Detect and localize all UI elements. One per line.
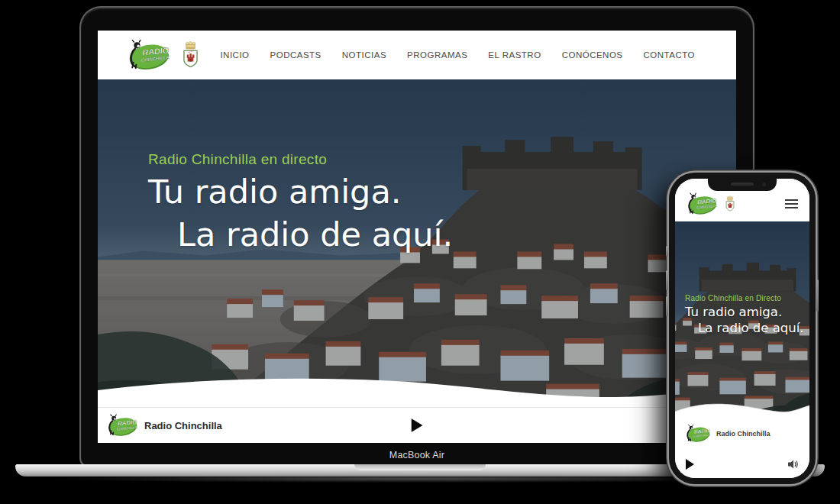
volume-icon — [788, 460, 799, 469]
phone-notch — [708, 179, 777, 191]
site-header: RADIO CHINCHILLA INICIO PODCASTS NOTICIA… — [98, 31, 736, 79]
hero-section: Radio Chinchilla en directo Tu radio ami… — [98, 79, 736, 407]
nav-item-programas[interactable]: PROGRAMAS — [407, 50, 467, 60]
play-button[interactable] — [684, 457, 696, 471]
volume-down-button — [666, 296, 668, 316]
nav-item-podcasts[interactable]: PODCASTS — [270, 50, 321, 60]
volume-button[interactable] — [787, 458, 800, 470]
hero-title-line1: Tu radio amiga. — [685, 305, 804, 321]
brand-group: RADIO CHINCHILLA — [125, 39, 201, 71]
player-station-logo: RADIO CHINCHILLA — [105, 413, 137, 438]
nav-item-noticias[interactable]: NOTICIAS — [342, 50, 386, 60]
macbook-mockup: RADIO CHINCHILLA INICIO PODCASTS NOTICIA… — [81, 8, 753, 466]
chinchilla-coat-of-arms-icon — [180, 40, 201, 69]
phone-screen: RADIO CHINCHILLA Radio Chinchilla en Dir… — [675, 179, 809, 478]
play-icon — [412, 418, 423, 432]
player-station-label: Radio Chinchilla — [716, 430, 771, 438]
phone-speaker-slit — [731, 183, 754, 186]
iphone-mockup: RADIO CHINCHILLA Radio Chinchilla en Dir… — [669, 173, 816, 484]
hamburger-menu-icon[interactable] — [783, 198, 800, 210]
player-station-logo: RADIO CHINCHILLA — [684, 424, 710, 443]
main-nav: INICIO PODCASTS NOTICIAS PROGRAMAS EL RA… — [220, 50, 695, 60]
mute-switch — [666, 246, 668, 257]
radio-chinchilla-logo[interactable]: RADIO CHINCHILLA — [685, 192, 717, 215]
hero-title: Tu radio amiga. La radio de aquí. — [148, 171, 453, 257]
mobile-audio-player-bar: RADIO CHINCHILLA Radio Chinchilla — [675, 418, 809, 478]
nav-item-conocenos[interactable]: CONÓCENOS — [562, 50, 623, 60]
hero-title-line1: Tu radio amiga. — [148, 171, 453, 214]
volume-up-button — [666, 270, 668, 290]
nav-item-inicio[interactable]: INICIO — [220, 50, 249, 60]
phone-camera-dot — [762, 183, 766, 186]
mockup-canvas: RADIO CHINCHILLA INICIO PODCASTS NOTICIA… — [0, 0, 840, 504]
hero-kicker: Radio Chinchilla en Directo — [685, 294, 781, 302]
hero-title-line2: La radio de aquí. — [685, 321, 804, 337]
power-button — [816, 279, 819, 312]
radio-chinchilla-logo[interactable]: RADIO CHINCHILLA — [125, 39, 170, 71]
hero-kicker: Radio Chinchilla en directo — [148, 151, 327, 168]
audio-player-bar: RADIO CHINCHILLA Radio Chinchilla — [98, 407, 736, 443]
hero-title: Tu radio amiga. La radio de aquí. — [685, 305, 804, 336]
hero-wave-divider — [675, 399, 809, 418]
player-station-label: Radio Chinchilla — [144, 420, 222, 431]
hero-wave-divider — [98, 371, 736, 407]
play-button[interactable] — [409, 415, 426, 435]
nav-item-el-rastro[interactable]: EL RASTRO — [488, 50, 541, 60]
hero-title-line2: La radio de aquí. — [148, 214, 453, 257]
laptop-screen: RADIO CHINCHILLA INICIO PODCASTS NOTICIA… — [98, 31, 736, 443]
device-label: MacBook Air — [81, 450, 753, 460]
play-icon — [686, 459, 694, 470]
chinchilla-coat-of-arms-icon — [724, 195, 736, 212]
nav-item-contacto[interactable]: CONTACTO — [644, 50, 695, 60]
mobile-hero-section: Radio Chinchilla en Directo Tu radio ami… — [675, 221, 809, 418]
macbook-base-notch — [354, 464, 486, 470]
